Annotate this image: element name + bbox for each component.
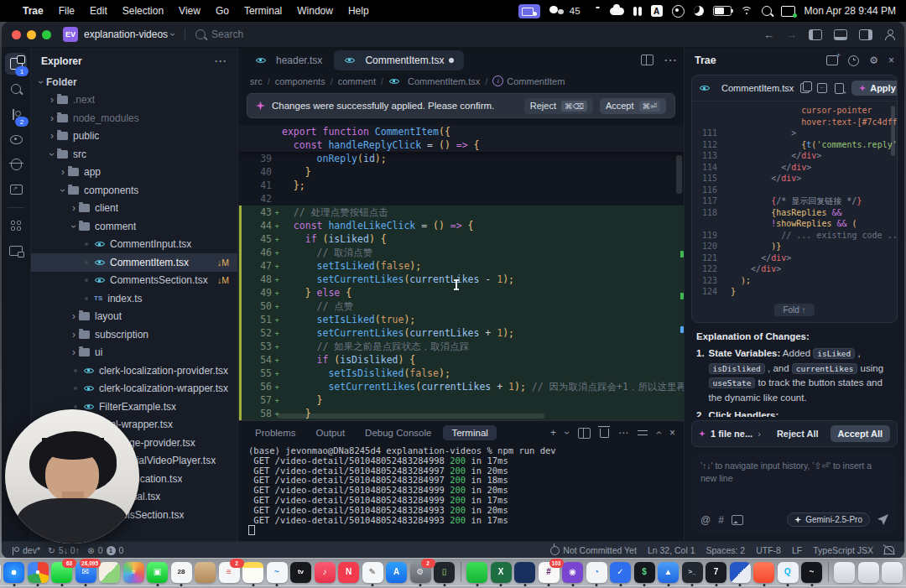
dock-photos[interactable]: ○	[123, 562, 144, 583]
menu-go[interactable]: Go	[208, 5, 237, 17]
horizontal-scrollbar[interactable]	[277, 414, 544, 419]
dock-mail[interactable]: ✉26,095	[76, 562, 96, 583]
files-expand-chevron-icon[interactable]: ›	[758, 429, 761, 439]
menu-selection[interactable]: Selection	[115, 5, 171, 17]
tree-item-subscription[interactable]: ›subscription	[31, 325, 237, 344]
nav-forward-button[interactable]: →	[786, 29, 797, 41]
tree-item-app[interactable]: ›app	[31, 164, 237, 182]
project-name[interactable]: explanation-videos	[84, 29, 168, 40]
project-chevron-down-icon[interactable]: ›	[168, 33, 178, 36]
tree-item-layout[interactable]: ›layout	[31, 308, 237, 326]
files-changed-label[interactable]: 1 file ne...	[711, 429, 752, 439]
focus-moon-icon[interactable]	[694, 6, 704, 16]
activity-extensions-button[interactable]	[5, 215, 27, 237]
dock-launchpad[interactable]: ▦	[0, 562, 1, 583]
editor-tab-header-tsx[interactable]: header.tsx	[245, 50, 332, 70]
model-selector[interactable]: Gemini-2.5-Pro	[787, 513, 870, 527]
cursor-position[interactable]: Ln 32, Col 1	[648, 545, 695, 555]
dock-dark-blue-app[interactable]	[514, 562, 535, 583]
tree-item-commentinput-tsx[interactable]: CommentInput.tsx	[31, 236, 237, 254]
breadcrumb-item-commentitem-tsx[interactable]: CommentItem.tsx	[388, 75, 480, 86]
reject-button[interactable]: Reject ⌘⌫	[524, 98, 593, 114]
account-icon[interactable]	[884, 29, 894, 39]
eol-sequence[interactable]: LF	[792, 545, 802, 555]
global-search[interactable]: Search	[195, 29, 243, 40]
dock-messages[interactable]: 63	[51, 562, 72, 583]
dock-app-store[interactable]: A	[386, 562, 407, 583]
tree-item-index-ts[interactable]: TSindex.ts	[31, 289, 237, 308]
kill-terminal-icon[interactable]	[600, 429, 609, 438]
dock-timer[interactable]: ◔	[586, 562, 607, 583]
terminal-dropdown-icon[interactable]: ›	[562, 431, 572, 434]
toggle-right-panel-icon[interactable]	[859, 29, 872, 40]
menu-edit[interactable]: Edit	[82, 5, 115, 17]
menu-help[interactable]: Help	[341, 5, 377, 17]
attach-image-icon[interactable]	[732, 515, 743, 525]
terminal-output[interactable]: (base) jevonmao@DNa8245d4 explanation-vi…	[238, 445, 684, 541]
tree-item-ui[interactable]: ›ui	[31, 344, 237, 362]
language-mode[interactable]: TypeScript JSX	[813, 545, 873, 555]
dock-safari[interactable]	[3, 562, 24, 583]
maximize-panel-icon[interactable]: ›	[653, 431, 664, 434]
dock-shield-check[interactable]: ✓	[610, 562, 631, 583]
screen-sharing-icon[interactable]	[518, 4, 540, 18]
terminal-tab-output[interactable]: Output	[308, 425, 354, 440]
apply-button[interactable]: Apply	[851, 81, 898, 96]
zoom-window-button[interactable]	[42, 30, 51, 39]
wifi-icon[interactable]	[741, 7, 752, 16]
git-branch-indicator[interactable]: dev*	[12, 545, 40, 555]
dock-doc-stack-2[interactable]	[858, 562, 879, 583]
dock-maps[interactable]	[99, 562, 120, 583]
dock-excel[interactable]: X	[491, 562, 512, 583]
dock-craft-app[interactable]	[730, 562, 751, 583]
dock-iphone-mirroring[interactable]: ▯	[434, 562, 455, 583]
tree-item-folder[interactable]: ›Folder	[31, 73, 237, 91]
tree-item-commentssection-tsx[interactable]: CommentsSection.tsx↓M	[31, 272, 237, 290]
accept-all-button[interactable]: Accept All	[830, 425, 890, 442]
copy-code-icon[interactable]	[800, 83, 810, 93]
dock-reminders[interactable]: ≡2	[219, 562, 240, 583]
accept-button[interactable]: Accept ⌘⏎	[600, 98, 666, 114]
activity-preview-button[interactable]	[5, 128, 27, 150]
new-terminal-icon[interactable]: +	[550, 428, 556, 438]
tree-item-public[interactable]: ›public	[31, 127, 237, 146]
dock-iterm[interactable]: $	[634, 562, 655, 583]
problems-indicator[interactable]: ⊗0 1 0	[87, 545, 124, 555]
history-icon[interactable]	[848, 55, 859, 66]
menu-terminal[interactable]: Terminal	[237, 5, 289, 17]
activity-search-button[interactable]	[5, 78, 27, 100]
indentation[interactable]: Spaces: 2	[706, 545, 746, 555]
dock-wechat[interactable]	[466, 562, 487, 583]
explorer-more-button[interactable]: ···	[215, 55, 227, 67]
send-icon[interactable]	[877, 514, 888, 525]
dock-chrome[interactable]: ●	[28, 562, 49, 583]
minimize-window-button[interactable]	[27, 30, 36, 39]
code-editor[interactable]: export function CommentItem({ const hand…	[238, 125, 684, 420]
dock-music[interactable]: ♪	[315, 562, 336, 583]
mention-icon[interactable]: @	[700, 514, 711, 526]
activity-source-control-button[interactable]: 2	[5, 103, 27, 125]
tree-item-components[interactable]: ›components	[31, 181, 237, 200]
encoding[interactable]: UTF-8	[756, 545, 781, 555]
create-file-icon[interactable]	[835, 83, 844, 94]
dock-mountain-app[interactable]: ▲	[658, 562, 679, 583]
split-editor-icon[interactable]	[641, 55, 653, 65]
menu-file[interactable]: File	[51, 5, 82, 17]
window-manager-icon[interactable]	[590, 6, 601, 17]
menubar-clock[interactable]: Mon Apr 28 9:44 PM	[804, 5, 896, 17]
terminal-tab-terminal[interactable]: Terminal	[443, 425, 496, 440]
tree-item--next[interactable]: ›.next	[31, 91, 237, 110]
fold-button[interactable]: Fold ↑	[774, 304, 814, 316]
tree-item-node-modules[interactable]: ›node_modules	[31, 109, 237, 127]
activity-remote-button[interactable]	[5, 240, 27, 262]
breadcrumb-item-comment[interactable]: comment	[338, 76, 376, 86]
notifications-bell-icon[interactable]	[884, 546, 894, 554]
dock-github[interactable]: ◉	[562, 562, 583, 583]
airpods-icon[interactable]	[633, 4, 642, 18]
tree-item-commentitem-tsx[interactable]: CommentItem.tsx↓M	[31, 253, 237, 272]
tree-item-clerk-localization-provider-tsx[interactable]: clerk-localization-provider.tsx	[31, 362, 237, 380]
editor-more-icon[interactable]: ⋯	[664, 52, 677, 68]
spotlight-search-icon[interactable]	[762, 6, 772, 16]
dock-doc-stack-1[interactable]	[834, 562, 855, 583]
card-scrollbar[interactable]	[891, 106, 895, 156]
